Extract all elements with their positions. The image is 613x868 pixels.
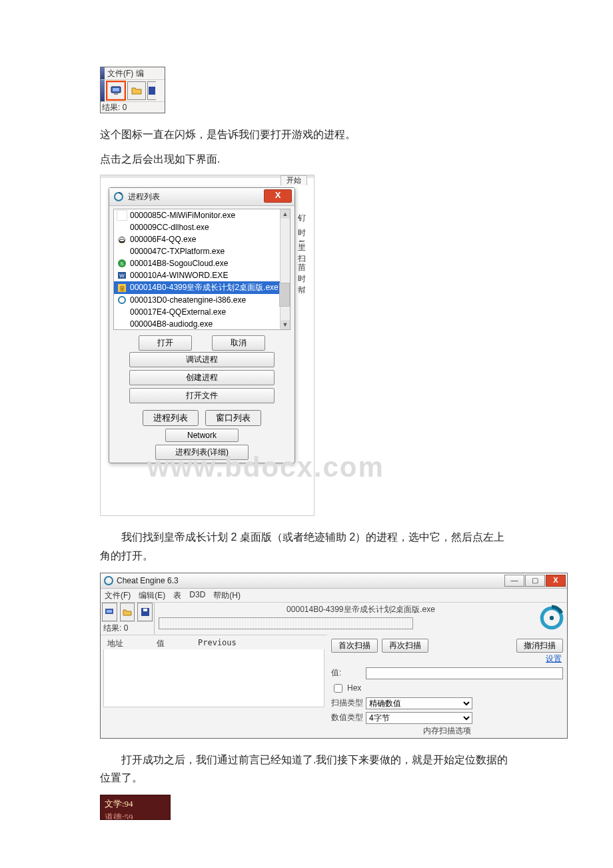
col-address[interactable]: 地址 <box>107 638 123 649</box>
svg-point-7 <box>121 239 122 240</box>
svg-rect-3 <box>149 87 155 95</box>
toolbar-row <box>101 80 165 102</box>
window-list-button[interactable]: 窗口列表 <box>205 410 261 426</box>
results-label: 结果: 0 <box>101 621 154 635</box>
process-item[interactable]: 000013D0-cheatengine-i386.exe <box>114 294 290 306</box>
process-label: 000014B0-4399皇帝成长计划2桌面版.exe <box>130 282 279 293</box>
open-file-button[interactable]: 打开文件 <box>129 388 275 403</box>
close-button[interactable]: X <box>264 189 292 203</box>
process-label: 000006F4-QQ.exe <box>130 235 196 244</box>
process-label: 0000085C-MiWiFiMonitor.exe <box>130 211 235 220</box>
process-item[interactable]: 000004B8-audiodg.exe <box>114 318 290 330</box>
results-label: 结果: 0 <box>101 102 165 113</box>
process-item[interactable]: S 000014B8-SogouCloud.exe <box>114 257 290 269</box>
floppy-icon <box>140 607 151 617</box>
save-button[interactable] <box>147 81 156 100</box>
svg-point-6 <box>119 237 125 241</box>
process-label: 000014B8-SogouCloud.exe <box>130 259 228 268</box>
bg-fragment: 苗时幇 <box>298 262 311 296</box>
cheat-engine-window: Cheat Engine 6.3 — ▢ X 文件(F) 编辑(E) 表 D3D… <box>100 573 568 739</box>
window-title: Cheat Engine 6.3 <box>117 576 179 585</box>
open-file-button[interactable] <box>120 603 135 621</box>
process-icon <box>117 319 127 329</box>
process-label: 0000047C-TXPlatform.exe <box>130 247 225 256</box>
value-label: 值: <box>331 667 363 679</box>
cheat-engine-logo <box>538 604 566 632</box>
menu-help[interactable]: 帮助(H) <box>213 590 241 602</box>
col-value[interactable]: 值 <box>157 638 165 649</box>
sogou-icon: S <box>117 258 127 269</box>
open-process-button[interactable] <box>102 603 117 621</box>
close-button[interactable]: X <box>546 575 566 587</box>
svg-point-22 <box>550 616 554 620</box>
cancel-button[interactable]: 取消 <box>212 335 265 351</box>
process-item[interactable]: 000006F4-QQ.exe <box>114 233 290 245</box>
col-previous[interactable]: Previous <box>198 638 237 649</box>
paragraph-4: 打开成功之后，我们通过前言已经知道了.我们接下来要做的，就是开始定位数据的位置了… <box>100 751 513 787</box>
process-list-button[interactable]: 进程列表 <box>143 410 199 426</box>
menu-table[interactable]: 表 <box>173 590 181 602</box>
process-item[interactable]: 000017E4-QQExternal.exe <box>114 306 290 318</box>
process-list-dialog: 进程列表 X 0000085C-MiWiFiMonitor.exe 000009… <box>109 187 295 463</box>
sidebar-accent <box>101 80 105 101</box>
svg-rect-1 <box>113 88 119 91</box>
scantype-select[interactable]: 精确数值 <box>366 697 472 709</box>
minimize-button[interactable]: — <box>504 575 524 587</box>
first-scan-button[interactable]: 首次扫描 <box>331 639 378 653</box>
scrollbar-thumb[interactable] <box>279 283 290 307</box>
network-button[interactable]: Network <box>165 429 239 442</box>
process-label: 000010A4-WINWORD.EXE <box>130 271 228 280</box>
bg-fragment: 钌 <box>298 213 311 224</box>
scantype-label: 扫描类型 <box>331 697 363 709</box>
cheat-engine-icon <box>113 191 124 202</box>
folder-open-icon <box>131 85 143 97</box>
memory-scan-options-label: 内存扫描选项 <box>331 725 563 737</box>
save-button[interactable] <box>137 603 153 621</box>
open-process-button[interactable] <box>106 81 126 101</box>
debug-process-button[interactable]: 调试进程 <box>129 352 275 367</box>
stat-line-cut: 道德:59 <box>105 811 166 819</box>
result-columns: 地址 值 Previous <box>101 635 327 649</box>
scrollbar-up-icon[interactable]: ▲ <box>281 209 290 219</box>
dialog-titlebar: 进程列表 X <box>109 188 295 206</box>
progress-bar <box>159 617 413 629</box>
scrollbar-track[interactable] <box>280 209 290 329</box>
menu-d3d[interactable]: D3D <box>189 590 205 602</box>
valtype-select[interactable]: 4字节 <box>366 712 472 724</box>
svg-rect-20 <box>143 609 147 611</box>
window-titlebar: Cheat Engine 6.3 — ▢ X <box>101 573 567 589</box>
process-item[interactable]: 000009CC-dllhost.exe <box>114 221 290 233</box>
computer-icon <box>104 607 115 617</box>
process-item-selected[interactable]: 皇 000014B0-4399皇帝成长计划2桌面版.exe <box>114 281 290 294</box>
process-item[interactable]: 0000047C-TXPlatform.exe <box>114 245 290 257</box>
process-listbox[interactable]: 0000085C-MiWiFiMonitor.exe 000009CC-dllh… <box>113 209 291 330</box>
process-label: 000013D0-cheatengine-i386.exe <box>130 295 246 305</box>
process-icon <box>117 246 127 257</box>
value-input[interactable] <box>366 667 563 679</box>
svg-rect-2 <box>114 93 118 95</box>
cheat-engine-icon <box>103 575 114 586</box>
floppy-icon <box>149 85 155 96</box>
menu-file[interactable]: 文件(F) <box>105 590 131 602</box>
process-icon <box>117 210 127 221</box>
open-file-button[interactable] <box>127 81 146 100</box>
settings-link[interactable]: 设置 <box>546 654 562 663</box>
paragraph-2: 点击之后会出现如下界面. <box>100 150 513 168</box>
process-label: 000017E4-QQExternal.exe <box>130 307 226 317</box>
hex-checkbox[interactable] <box>334 684 342 693</box>
open-button[interactable]: 打开 <box>139 335 192 351</box>
hex-label: Hex <box>347 683 361 693</box>
svg-text:S: S <box>120 261 123 267</box>
bg-tab: 开始 <box>281 175 307 185</box>
next-scan-button[interactable]: 再次扫描 <box>382 639 428 653</box>
undo-scan-button[interactable]: 撤消扫描 <box>516 639 563 653</box>
process-list-detail-button[interactable]: 进程列表(详细) <box>155 445 249 460</box>
game-icon: 皇 <box>117 283 127 293</box>
process-item[interactable]: W 000010A4-WINWORD.EXE <box>114 269 290 281</box>
maximize-button[interactable]: ▢ <box>525 575 545 587</box>
menu-edit[interactable]: 编辑(E) <box>139 590 165 602</box>
scrollbar-down-icon[interactable]: ▼ <box>281 320 290 329</box>
process-item[interactable]: 0000085C-MiWiFiMonitor.exe <box>114 209 290 221</box>
paragraph-3: 我们找到皇帝成长计划 2 桌面版（或者绝迹辅助 2）的进程，选中它，然后点左上角… <box>100 528 513 564</box>
create-process-button[interactable]: 创建进程 <box>129 370 275 385</box>
